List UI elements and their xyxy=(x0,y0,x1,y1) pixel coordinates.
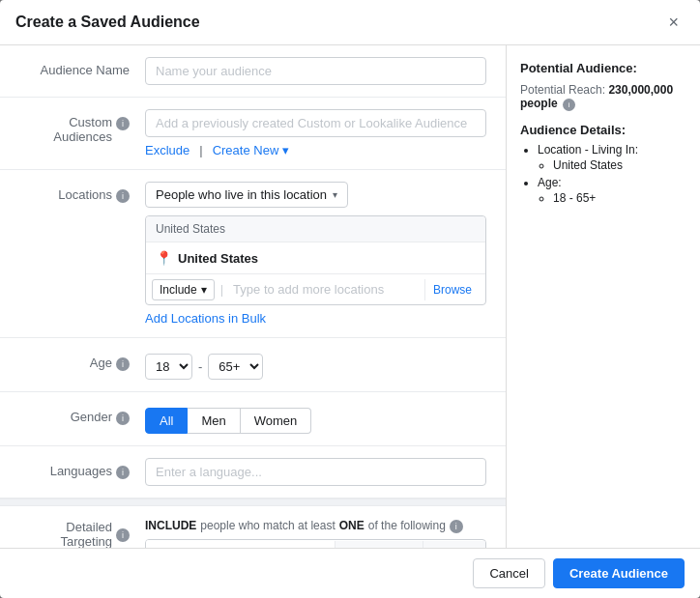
gender-info-icon[interactable]: i xyxy=(116,412,130,425)
suggestions-button[interactable]: Suggestions xyxy=(335,541,423,549)
custom-audiences-input[interactable] xyxy=(145,109,486,137)
audience-name-row: Audience Name xyxy=(0,45,506,98)
gender-label: Gender i xyxy=(19,404,145,434)
targeting-content: INCLUDE people who match at least ONE of… xyxy=(145,518,486,548)
age-controls: 18 1314151617 19202122 25303540 45505560… xyxy=(145,354,486,380)
details-age: Age: 18 - 65+ xyxy=(538,176,686,205)
age-row: Age i 18 1314151617 19202122 25303540 45… xyxy=(0,338,506,392)
targeting-browse-button[interactable]: Browse xyxy=(423,541,485,549)
location-input-row: Include ▾ | Browse xyxy=(146,274,485,304)
details-location: Location - Living In: United States xyxy=(538,143,686,172)
create-new-caret-icon: ▾ xyxy=(282,143,289,157)
include-dropdown-button[interactable]: Include ▾ xyxy=(152,279,215,300)
age-max-select[interactable]: 65+ 1819202122 25303540 4550556065 xyxy=(208,354,263,380)
modal-body: Audience Name Custom Audiences i xyxy=(0,45,700,548)
audience-name-input[interactable] xyxy=(145,57,486,85)
languages-info-icon[interactable]: i xyxy=(116,466,130,479)
close-button[interactable]: × xyxy=(662,12,685,33)
languages-row: Languages i xyxy=(0,446,506,498)
age-min-select[interactable]: 18 1314151617 19202122 25303540 45505560… xyxy=(145,354,192,380)
location-pin-icon: 📍 xyxy=(156,250,172,266)
location-search-input[interactable] xyxy=(229,278,419,300)
details-location-sub: United States xyxy=(538,158,686,172)
audience-name-content xyxy=(145,57,486,85)
bulk-link-container: Add Locations in Bulk xyxy=(145,305,486,326)
targeting-one-text: ONE xyxy=(339,519,365,532)
locations-info-icon[interactable]: i xyxy=(116,189,130,203)
details-location-value: United States xyxy=(553,158,686,172)
potential-audience-title: Potential Audience: xyxy=(520,61,686,75)
exclude-button[interactable]: Exclude xyxy=(145,143,190,157)
targeting-info-icon[interactable]: i xyxy=(116,528,130,542)
locations-row: Locations i People who live in this loca… xyxy=(0,170,506,338)
section-divider xyxy=(0,498,506,506)
location-name: United States xyxy=(178,251,258,266)
create-audience-button[interactable]: Create Audience xyxy=(553,558,685,588)
gender-women-button[interactable]: Women xyxy=(241,408,312,434)
form-section: Audience Name Custom Audiences i xyxy=(0,45,507,548)
gender-all-button[interactable]: All xyxy=(145,408,188,434)
location-type-dropdown[interactable]: People who live in this location ▾ xyxy=(145,182,348,208)
cancel-button[interactable]: Cancel xyxy=(473,558,544,588)
modal-title: Create a Saved Audience xyxy=(15,14,200,31)
audience-name-label: Audience Name xyxy=(19,57,145,85)
location-dropdown-caret-icon: ▾ xyxy=(333,189,337,200)
sidebar: Potential Audience: Potential Reach: 230… xyxy=(507,45,700,548)
locations-content: People who live in this location ▾ Unite… xyxy=(145,182,486,326)
gender-content: All Men Women xyxy=(145,404,486,434)
reach-info-icon[interactable]: i xyxy=(563,99,575,111)
targeting-desc-info-icon[interactable]: i xyxy=(450,520,463,533)
targeting-include-text: INCLUDE xyxy=(145,519,196,532)
create-new-button[interactable]: Create New ▾ xyxy=(213,143,289,157)
location-item: 📍 United States xyxy=(146,242,485,274)
audience-details-list: Location - Living In: United States Age:… xyxy=(520,143,686,205)
detailed-targeting-section: Detailed Targeting i INCLUDE people who … xyxy=(0,506,506,548)
custom-audiences-info-icon[interactable]: i xyxy=(116,117,130,130)
location-box: United States 📍 United States Include ▾ xyxy=(145,215,486,305)
gender-row: Gender i All Men Women xyxy=(0,392,506,446)
targeting-search-input[interactable] xyxy=(146,540,335,548)
gender-men-button[interactable]: Men xyxy=(188,408,240,434)
age-dash: - xyxy=(198,359,202,374)
age-content: 18 1314151617 19202122 25303540 45505560… xyxy=(145,350,486,380)
locations-label: Locations i xyxy=(19,182,145,326)
gender-controls: All Men Women xyxy=(145,408,486,434)
modal-header: Create a Saved Audience × xyxy=(0,0,700,45)
custom-audiences-content: Exclude | Create New ▾ xyxy=(145,109,486,157)
languages-input[interactable] xyxy=(145,458,486,486)
age-label: Age i xyxy=(19,350,145,380)
languages-content xyxy=(145,458,486,486)
location-header: United States xyxy=(146,216,485,242)
age-info-icon[interactable]: i xyxy=(116,357,130,371)
modal-footer: Cancel Create Audience xyxy=(0,548,700,598)
targeting-description: INCLUDE people who match at least ONE of… xyxy=(145,518,486,533)
input-divider: | xyxy=(220,282,223,297)
details-age-value: 18 - 65+ xyxy=(553,191,686,205)
location-browse-button[interactable]: Browse xyxy=(424,279,480,300)
languages-label: Languages i xyxy=(19,458,145,486)
modal: Create a Saved Audience × Audience Name xyxy=(0,0,700,598)
modal-overlay: Create a Saved Audience × Audience Name xyxy=(0,0,700,598)
targeting-input-row: Suggestions Browse xyxy=(145,539,486,548)
details-age-sub: 18 - 65+ xyxy=(538,191,686,205)
include-caret-icon: ▾ xyxy=(201,283,207,297)
separator: | xyxy=(199,143,202,157)
custom-audiences-row: Custom Audiences i Exclude | Create New … xyxy=(0,98,506,170)
targeting-label: Detailed Targeting i xyxy=(19,518,145,548)
targeting-label-row: Detailed Targeting i INCLUDE people who … xyxy=(19,518,486,548)
custom-audience-actions: Exclude | Create New ▾ xyxy=(145,143,486,157)
add-locations-bulk-button[interactable]: Add Locations in Bulk xyxy=(145,311,266,326)
audience-details-title: Audience Details: xyxy=(520,123,686,137)
custom-audiences-label: Custom Audiences i xyxy=(19,109,145,157)
potential-reach-label: Potential Reach: 230,000,000 people i xyxy=(520,83,686,111)
